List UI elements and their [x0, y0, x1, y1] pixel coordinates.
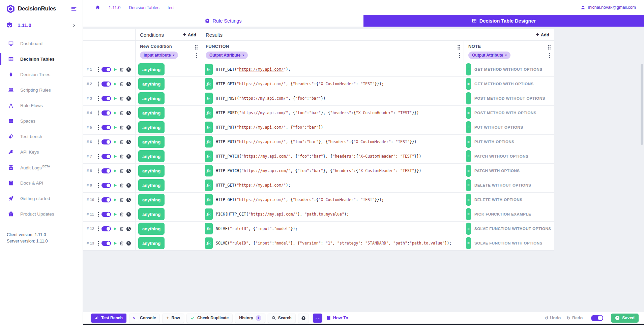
condition-value-badge[interactable]: anything — [138, 121, 165, 133]
row-history-icon[interactable] — [126, 197, 131, 202]
row-delete-icon[interactable] — [119, 125, 124, 130]
row-menu-icon[interactable] — [98, 139, 99, 144]
home-icon[interactable] — [95, 5, 100, 10]
condition-value-badge[interactable]: anything — [138, 179, 165, 191]
column-drag-handle-icon[interactable] — [194, 44, 198, 50]
chevron-right-icon[interactable] — [72, 23, 77, 28]
search-button[interactable]: Search — [268, 314, 295, 323]
note-attribute-select[interactable]: Output Attribute ▾ — [468, 52, 510, 59]
row-history-icon[interactable] — [126, 183, 131, 188]
row-menu-icon[interactable] — [98, 241, 99, 246]
row-enable-toggle[interactable] — [101, 241, 111, 246]
row-enable-toggle[interactable] — [101, 82, 111, 87]
add-result-button[interactable]: + Add — [536, 32, 549, 37]
note-text[interactable]: SOLVE FUNCTION WITH OPTIONS — [474, 241, 543, 245]
function-code[interactable]: HTTP_POST("https://my.api.com/", {"foo":… — [216, 96, 325, 101]
breadcrumb-rule-name[interactable]: test — [168, 5, 175, 10]
row-play-icon[interactable] — [113, 241, 117, 246]
row-delete-icon[interactable] — [119, 67, 124, 72]
row-play-icon[interactable] — [113, 96, 117, 101]
note-text[interactable]: POST METHOD WITH OPTIONS — [474, 111, 536, 115]
sidebar-item-product-updates[interactable]: Product Updates — [0, 206, 83, 222]
row-play-icon[interactable] — [113, 169, 117, 173]
space-selector[interactable]: 1.11.0 — [0, 18, 83, 33]
condition-value-badge[interactable]: anything — [138, 208, 165, 220]
note-text[interactable]: PATCH WITH OPTIONS — [474, 169, 520, 173]
row-enable-toggle[interactable] — [101, 96, 111, 101]
note-text[interactable]: DELETE WITH OPTIONS — [474, 198, 522, 202]
function-attribute-select[interactable]: Output Attribute ▾ — [206, 52, 248, 59]
sidebar-item-scripting-rules[interactable]: Scripting Rules — [0, 82, 83, 98]
row-delete-icon[interactable] — [119, 110, 124, 116]
row-play-icon[interactable] — [113, 67, 117, 72]
row-play-icon[interactable] — [113, 125, 117, 130]
row-enable-toggle[interactable] — [101, 139, 111, 144]
column-menu-icon[interactable] — [196, 53, 198, 58]
row-history-icon[interactable] — [126, 125, 131, 130]
collapse-columns-button[interactable]: →← — [313, 314, 322, 323]
row-enable-toggle[interactable] — [101, 226, 111, 231]
history-button[interactable]: History 1 — [235, 314, 265, 323]
condition-value-badge[interactable]: anything — [138, 223, 165, 235]
column-menu-icon[interactable] — [549, 53, 551, 58]
sidebar-item-decision-trees[interactable]: Decision Trees — [0, 67, 83, 82]
row-play-icon[interactable] — [113, 111, 117, 115]
sidebar-item-dashboard[interactable]: Dashboard — [0, 36, 83, 51]
condition-value-badge[interactable]: anything — [138, 136, 165, 148]
row-play-icon[interactable] — [113, 212, 117, 217]
saved-button[interactable]: Saved — [611, 314, 639, 323]
row-play-icon[interactable] — [113, 227, 117, 231]
note-text[interactable]: PUT WITH OPTIONS — [474, 140, 515, 144]
condition-attribute-select[interactable]: Input attribute ▾ — [140, 52, 178, 59]
check-duplicate-button[interactable]: Check Duplicate — [187, 314, 232, 323]
row-delete-icon[interactable] — [119, 168, 124, 173]
row-menu-icon[interactable] — [98, 197, 99, 202]
row-menu-icon[interactable] — [98, 82, 99, 87]
note-text[interactable]: DELETE WITHOUT OPTIONS — [474, 183, 531, 187]
condition-value-badge[interactable]: anything — [138, 237, 165, 249]
row-delete-icon[interactable] — [119, 212, 124, 217]
row-menu-icon[interactable] — [98, 168, 99, 173]
breadcrumb-section[interactable]: Decision Tables — [129, 5, 159, 10]
column-drag-handle-icon[interactable] — [457, 44, 461, 50]
condition-value-badge[interactable]: anything — [138, 107, 165, 119]
row-enable-toggle[interactable] — [101, 154, 111, 159]
row-play-icon[interactable] — [113, 183, 117, 188]
how-to-link[interactable]: How-To — [326, 316, 348, 320]
note-text[interactable]: SOLVE FUNCTION WITHOUT OPTIONS — [474, 227, 551, 231]
sidebar-item-getting-started[interactable]: Getting started — [0, 191, 83, 206]
row-history-icon[interactable] — [126, 110, 131, 116]
row-delete-icon[interactable] — [119, 241, 124, 246]
condition-value-badge[interactable]: anything — [138, 165, 165, 177]
function-code[interactable]: HTTP_POST("https://my.api.com/", {"foo":… — [216, 110, 419, 115]
row-history-icon[interactable] — [126, 168, 131, 173]
test-bench-button[interactable]: Test Bench — [91, 314, 126, 323]
function-code[interactable]: HTTP_PUT("https://my.api.com/", {"foo":"… — [216, 125, 323, 130]
row-history-icon[interactable] — [126, 226, 131, 231]
row-menu-icon[interactable] — [98, 96, 99, 101]
function-code[interactable]: HTTP_PATCH("https://my.api.com/", {"foo"… — [216, 154, 421, 159]
sidebar-item-docs-api[interactable]: Docs & API — [0, 175, 83, 191]
row-delete-icon[interactable] — [119, 82, 124, 87]
column-menu-icon[interactable] — [459, 53, 460, 58]
note-text[interactable]: POST METHOD WITHOUT OPTIONS — [474, 96, 545, 100]
row-play-icon[interactable] — [113, 198, 117, 202]
function-code[interactable]: HTTP_PATCH("https://my.api.com/", {"foo"… — [216, 168, 421, 173]
console-button[interactable]: >_ Console — [129, 314, 160, 323]
row-menu-icon[interactable] — [98, 125, 99, 130]
row-menu-icon[interactable] — [98, 154, 99, 159]
row-enable-toggle[interactable] — [101, 125, 111, 130]
sidebar-item-audit-logs[interactable]: Audit LogsBETA — [0, 160, 83, 175]
vertical-scrollbar[interactable] — [641, 64, 643, 145]
row-enable-toggle[interactable] — [101, 110, 111, 116]
row-history-icon[interactable] — [126, 67, 131, 72]
row-delete-icon[interactable] — [119, 139, 124, 144]
sidebar-collapse-icon[interactable] — [70, 5, 77, 12]
function-code[interactable]: SOLVE("ruleID", {"input":"model"}); — [216, 226, 297, 231]
row-play-icon[interactable] — [113, 82, 117, 86]
row-history-icon[interactable] — [126, 96, 131, 101]
add-row-button[interactable]: + Row — [163, 314, 184, 323]
row-menu-icon[interactable] — [98, 212, 99, 217]
row-menu-icon[interactable] — [98, 183, 99, 188]
row-enable-toggle[interactable] — [101, 212, 111, 217]
